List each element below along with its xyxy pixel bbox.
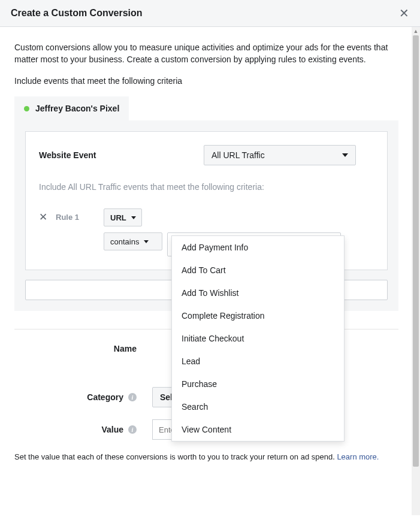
category-label: Category [87, 392, 123, 402]
info-icon[interactable]: i [128, 393, 137, 401]
dropdown-item[interactable]: Add Payment Info [172, 236, 344, 259]
modal-header: Create a Custom Conversion ✕ [0, 0, 420, 27]
pixel-tab[interactable]: Jeffrey Bacon's Pixel [14, 96, 129, 120]
learn-more-link[interactable]: Learn more. [337, 452, 379, 461]
intro-text: Custom conversions allow you to measure … [14, 41, 398, 65]
contains-label: contains [110, 237, 139, 246]
remove-rule-icon[interactable]: ✕ [39, 208, 47, 226]
dropdown-item[interactable]: Add To Wishlist [172, 282, 344, 304]
scrollbar[interactable]: ▲ [412, 27, 420, 515]
url-select[interactable]: URL [104, 208, 142, 226]
name-label: Name [114, 344, 137, 353]
url-select-label: URL [110, 213, 126, 222]
chevron-down-icon [342, 153, 348, 157]
dropdown-item[interactable]: Lead [172, 350, 344, 373]
website-event-select[interactable]: All URL Traffic [204, 145, 356, 165]
info-icon[interactable]: i [128, 425, 137, 434]
pixel-name: Jeffrey Bacon's Pixel [35, 104, 119, 113]
chevron-down-icon [144, 240, 149, 243]
scrollbar-thumb[interactable] [413, 35, 419, 467]
modal-title: Create a Custom Conversion [11, 8, 143, 19]
footer-text: Set the value that each of these convers… [14, 452, 398, 462]
event-dropdown-menu: Add Payment Info Add To Cart Add To Wish… [171, 235, 345, 442]
scroll-up-icon[interactable]: ▲ [413, 28, 419, 34]
dropdown-item[interactable]: Add To Cart [172, 259, 344, 282]
dropdown-item[interactable]: Search [172, 395, 344, 418]
pixel-status-dot-icon [24, 106, 29, 111]
contains-select[interactable]: contains [104, 232, 162, 250]
chevron-down-icon [131, 216, 136, 219]
close-icon[interactable]: ✕ [399, 7, 409, 19]
dropdown-item[interactable]: View Content [172, 418, 344, 441]
dropdown-item[interactable]: Initiate Checkout [172, 327, 344, 350]
dropdown-item[interactable]: Complete Registration [172, 304, 344, 327]
footer-body: Set the value that each of these convers… [14, 452, 337, 461]
value-label: Value [101, 425, 123, 434]
dropdown-item[interactable]: Purchase [172, 373, 344, 395]
criteria-header: Include events that meet the following c… [14, 76, 398, 86]
sub-criteria-text: Include All URL Traffic events that meet… [39, 182, 374, 192]
rule-label: Rule 1 [56, 208, 95, 226]
website-event-label: Website Event [39, 150, 204, 160]
website-event-value: All URL Traffic [211, 150, 265, 160]
